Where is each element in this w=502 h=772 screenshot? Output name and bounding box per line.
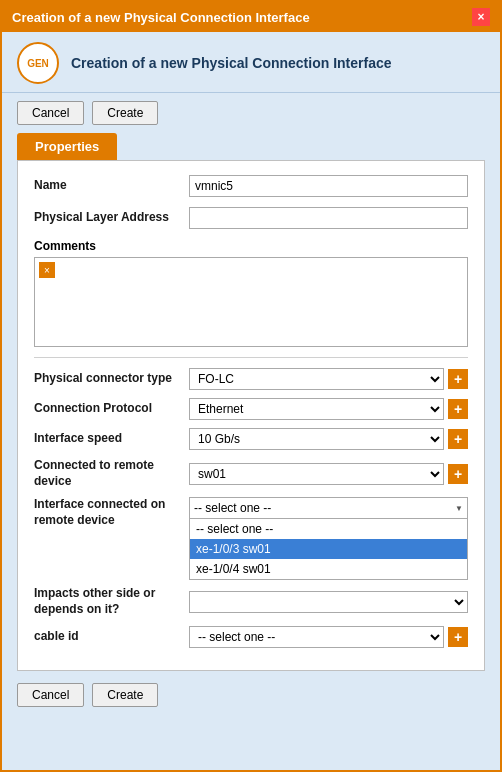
interface-speed-control: 10 Gb/s + — [189, 428, 468, 450]
physical-connector-control: FO-LC + — [189, 368, 468, 390]
cable-id-select[interactable]: -- select one -- — [189, 626, 444, 648]
connected-remote-select[interactable]: sw01 — [189, 463, 444, 485]
physical-layer-label: Physical Layer Address — [34, 207, 189, 224]
interface-speed-row: Interface speed 10 Gb/s + — [34, 428, 468, 450]
chevron-down-icon: ▼ — [455, 504, 463, 513]
bottom-buttons-area: Cancel Create — [2, 671, 500, 719]
impacts-select[interactable] — [189, 591, 468, 613]
interface-speed-label: Interface speed — [34, 431, 189, 447]
connection-protocol-row: Connection Protocol Ethernet + — [34, 398, 468, 420]
top-cancel-button[interactable]: Cancel — [17, 101, 84, 125]
connected-remote-row: Connected to remote device sw01 + — [34, 458, 468, 489]
comments-label: Comments — [34, 239, 468, 253]
connection-protocol-add-button[interactable]: + — [448, 399, 468, 419]
interface-speed-select[interactable]: 10 Gb/s — [189, 428, 444, 450]
main-window: Creation of a new Physical Connection In… — [0, 0, 502, 772]
interface-connected-label: Interface connected on remote device — [34, 497, 189, 528]
physical-connector-label: Physical connector type — [34, 371, 189, 387]
impacts-row: Impacts other side or depends on it? — [34, 586, 468, 617]
connected-remote-add-button[interactable]: + — [448, 464, 468, 484]
dropdown-item-xe-1-0-4[interactable]: xe-1/0/4 sw01 — [190, 559, 467, 579]
title-bar: Creation of a new Physical Connection In… — [2, 2, 500, 32]
name-input[interactable] — [189, 175, 468, 197]
physical-layer-input[interactable] — [189, 207, 468, 229]
physical-connector-row: Physical connector type FO-LC + — [34, 368, 468, 390]
connected-remote-control: sw01 + — [189, 463, 468, 485]
comments-section: Comments × — [34, 239, 468, 347]
cable-id-add-button[interactable]: + — [448, 627, 468, 647]
physical-connector-add-button[interactable]: + — [448, 369, 468, 389]
header-area: GEN Creation of a new Physical Connectio… — [2, 32, 500, 93]
connection-protocol-control: Ethernet + — [189, 398, 468, 420]
header-title: Creation of a new Physical Connection In… — [71, 55, 392, 71]
gen-logo: GEN — [17, 42, 59, 84]
name-control — [189, 175, 468, 197]
comments-icon[interactable]: × — [39, 262, 55, 278]
window-title: Creation of a new Physical Connection In… — [12, 10, 310, 25]
comments-area[interactable]: × — [34, 257, 468, 347]
physical-connector-select[interactable]: FO-LC — [189, 368, 444, 390]
dropdown-item-xe-1-0-3[interactable]: xe-1/0/3 sw01 — [190, 539, 467, 559]
interface-connected-dropdown: -- select one -- ▼ -- select one -- xe-1… — [189, 497, 468, 519]
interface-connected-row: Interface connected on remote device -- … — [34, 497, 468, 528]
physical-layer-control — [189, 207, 468, 229]
interface-connected-control: -- select one -- ▼ -- select one -- xe-1… — [189, 497, 468, 519]
close-button[interactable]: × — [472, 8, 490, 26]
top-buttons-area: Cancel Create — [2, 93, 500, 133]
physical-layer-row: Physical Layer Address — [34, 207, 468, 229]
cable-id-row: cable id -- select one -- + — [34, 626, 468, 648]
interface-connected-selected[interactable]: -- select one -- ▼ — [189, 497, 468, 519]
impacts-label: Impacts other side or depends on it? — [34, 586, 189, 617]
cable-id-control: -- select one -- + — [189, 626, 468, 648]
divider — [34, 357, 468, 358]
bottom-cancel-button[interactable]: Cancel — [17, 683, 84, 707]
impacts-control — [189, 591, 468, 613]
tab-content: Name Physical Layer Address Comments × P… — [17, 160, 485, 671]
tabs-area: Properties — [2, 133, 500, 160]
interface-connected-value: -- select one -- — [194, 501, 271, 515]
connection-protocol-select[interactable]: Ethernet — [189, 398, 444, 420]
bottom-create-button[interactable]: Create — [92, 683, 158, 707]
cable-id-label: cable id — [34, 629, 189, 645]
properties-tab[interactable]: Properties — [17, 133, 117, 160]
dropdown-item-select-one[interactable]: -- select one -- — [190, 519, 467, 539]
top-create-button[interactable]: Create — [92, 101, 158, 125]
name-row: Name — [34, 175, 468, 197]
interface-speed-add-button[interactable]: + — [448, 429, 468, 449]
connection-protocol-label: Connection Protocol — [34, 401, 189, 417]
interface-connected-dropdown-list: -- select one -- xe-1/0/3 sw01 xe-1/0/4 … — [189, 519, 468, 580]
connected-remote-label: Connected to remote device — [34, 458, 189, 489]
name-label: Name — [34, 175, 189, 192]
